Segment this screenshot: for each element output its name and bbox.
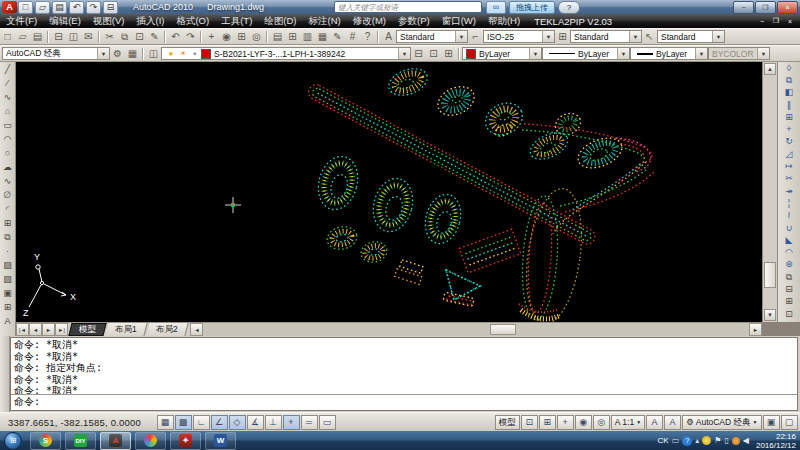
trim-icon[interactable]: ✂	[781, 173, 797, 185]
menu-draw[interactable]: 绘图(D)	[258, 15, 302, 28]
communication-center-icon[interactable]: ∞	[486, 1, 506, 14]
mdi-minimize-button[interactable]: −	[755, 16, 769, 27]
horizontal-scroll-thumb[interactable]	[490, 324, 516, 335]
annotation-visibility-icon[interactable]: A	[646, 415, 663, 430]
move-icon[interactable]: +	[781, 123, 797, 135]
steering-wheel-icon[interactable]: ◎	[593, 415, 610, 430]
break-at-point-icon[interactable]: ¦	[781, 197, 797, 209]
dropdown-arrow-icon[interactable]: ▼	[617, 48, 629, 59]
construction-line-icon[interactable]: ∕	[1, 76, 15, 90]
tab-layout1[interactable]: 布局1	[105, 323, 147, 336]
ellipse-arc-icon[interactable]: ◜	[1, 202, 15, 216]
workspace-settings-icon[interactable]: ⚙	[110, 47, 125, 61]
horizontal-scrollbar[interactable]: ◄ ►	[190, 323, 762, 336]
dropdown-arrow-icon[interactable]: ▼	[97, 48, 109, 59]
layer-lock-icon[interactable]: ▪	[189, 50, 201, 58]
taskbar-app-diy[interactable]: DIY	[65, 432, 96, 450]
layer-freeze-sun-icon[interactable]: ☀	[177, 50, 189, 58]
layer-states-icon[interactable]: ⊡	[426, 47, 441, 61]
minimize-button[interactable]: −	[733, 1, 754, 14]
mtext-icon[interactable]: A	[1, 314, 15, 328]
toolbar-lock-icon[interactable]: ▣	[763, 415, 780, 430]
dropdown-arrow-icon[interactable]: ▼	[542, 31, 554, 42]
draworder-below-icon[interactable]: ⊡	[781, 308, 797, 320]
publish-icon[interactable]: ✉	[81, 30, 96, 44]
open-file-icon[interactable]: ▱	[35, 1, 50, 14]
offset-icon[interactable]: ∥	[781, 99, 797, 111]
table-style-select[interactable]: Standard ▼	[570, 30, 642, 43]
rectangle-icon[interactable]: ▭	[1, 118, 15, 132]
new-file-icon[interactable]: □	[18, 1, 33, 14]
taskbar-app-360safe[interactable]: S	[30, 432, 61, 450]
extend-icon[interactable]: ↠	[781, 185, 797, 197]
rotate-icon[interactable]: ↻	[781, 136, 797, 148]
quickcalc-icon[interactable]: #	[345, 30, 360, 44]
vertical-scroll-thumb[interactable]	[764, 262, 776, 288]
zoom-realtime-icon[interactable]: ◉	[219, 30, 234, 44]
circle-icon[interactable]: ○	[1, 146, 15, 160]
clean-screen-icon[interactable]: ▢	[781, 415, 798, 430]
revision-cloud-icon[interactable]: ☁	[1, 160, 15, 174]
keyboard-icon[interactable]: ▭	[672, 437, 680, 445]
draworder-back-icon[interactable]: ⊟	[781, 283, 797, 295]
explode-icon[interactable]: ⊛	[781, 259, 797, 271]
dropdown-arrow-icon[interactable]: ▼	[455, 31, 467, 42]
menu-dimension[interactable]: 标注(N)	[303, 15, 347, 28]
lineweight-select[interactable]: ByLayer ▼	[630, 47, 708, 60]
command-window-grip[interactable]	[0, 336, 10, 412]
quick-view-layouts-icon[interactable]: ⊡	[521, 415, 538, 430]
zoom-tool-icon[interactable]: ◉	[575, 415, 592, 430]
polygon-icon[interactable]: ⌂	[1, 104, 15, 118]
layer-on-bulb-icon[interactable]: ●	[165, 50, 177, 58]
scroll-up-icon[interactable]: ▲	[764, 63, 776, 75]
redo-icon[interactable]: ↷	[183, 30, 198, 44]
layer-isolate-icon[interactable]: ⊞	[441, 47, 456, 61]
chamfer-icon[interactable]: ◣	[781, 234, 797, 246]
menu-tools[interactable]: 工具(T)	[215, 15, 258, 28]
menu-window[interactable]: 窗口(W)	[436, 15, 482, 28]
redo-icon[interactable]: ↷	[86, 1, 101, 14]
autocad-logo-icon[interactable]: A	[2, 1, 17, 13]
properties-icon[interactable]: ▤	[270, 30, 285, 44]
quick-view-drawings-icon[interactable]: ⊞	[539, 415, 556, 430]
tab-layout2[interactable]: 布局2	[146, 323, 188, 336]
fillet-icon[interactable]: ◠	[781, 246, 797, 258]
new-icon[interactable]: □	[0, 30, 15, 44]
show-hidden-icons[interactable]: ▴	[695, 437, 699, 445]
region-icon[interactable]: ▣	[1, 286, 15, 300]
drag-upload-button[interactable]: 拖拽上传	[509, 1, 555, 14]
polyline-icon[interactable]: ∿	[1, 90, 15, 104]
copy-object-icon[interactable]: ⧉	[781, 74, 797, 86]
dropdown-arrow-icon[interactable]: ▼	[629, 31, 641, 42]
battery-icon[interactable]: ▯	[724, 437, 728, 445]
menu-format[interactable]: 格式(O)	[170, 15, 215, 28]
zoom-window-icon[interactable]: ⊞	[234, 30, 249, 44]
menu-insert[interactable]: 插入(I)	[130, 15, 170, 28]
tool-palettes-icon[interactable]: ▥	[300, 30, 315, 44]
model-space-button[interactable]: 模型	[495, 415, 520, 430]
tab-model[interactable]: 模型	[68, 323, 106, 336]
dim-style-icon[interactable]: ⌐	[468, 30, 483, 44]
grid-toggle[interactable]: ▩	[175, 415, 192, 430]
scroll-left-icon[interactable]: ◄	[190, 323, 203, 336]
search-input[interactable]	[334, 1, 482, 13]
taskbar-app-autocad[interactable]: A	[100, 432, 131, 450]
layer-previous-icon[interactable]: ⊟	[411, 47, 426, 61]
start-button[interactable]: ⊞	[4, 432, 22, 450]
tab-prev-icon[interactable]: ◄	[29, 323, 42, 336]
quick-properties-toggle[interactable]: ▭	[319, 415, 336, 430]
insert-block-icon[interactable]: ⊞	[1, 216, 15, 230]
workspace-switch-button[interactable]: ⚙ AutoCAD 经典 ▼	[682, 415, 761, 430]
zoom-previous-icon[interactable]: ◎	[249, 30, 264, 44]
arc-icon[interactable]: ◠	[1, 132, 15, 146]
line-icon[interactable]: ╱	[1, 62, 15, 76]
make-block-icon[interactable]: ⧉	[1, 230, 15, 244]
command-input-line[interactable]: 命令:	[11, 394, 797, 410]
dyn-toggle[interactable]: +	[283, 415, 300, 430]
otrack-toggle[interactable]: ∡	[247, 415, 264, 430]
volume-icon[interactable]: ◀	[743, 437, 749, 445]
tab-next-icon[interactable]: ►	[42, 323, 55, 336]
taskbar-app-red[interactable]: ✦	[170, 432, 201, 450]
open-icon[interactable]: ▱	[15, 30, 30, 44]
dropdown-arrow-icon[interactable]: ▼	[695, 48, 707, 59]
